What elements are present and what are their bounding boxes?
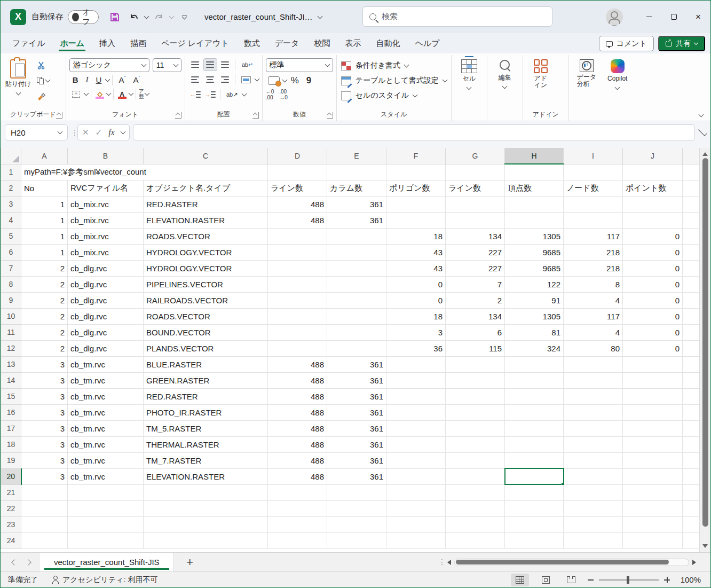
cell-H21[interactable] xyxy=(505,484,564,500)
cell-D20[interactable]: 488 xyxy=(268,468,327,484)
column-header-J[interactable]: J xyxy=(623,148,683,164)
cell-E3[interactable]: 361 xyxy=(327,196,386,212)
prev-sheet-icon[interactable] xyxy=(11,559,17,565)
cell-D1[interactable] xyxy=(268,164,327,180)
cell-B21[interactable] xyxy=(68,484,144,500)
cell-H16[interactable] xyxy=(505,404,564,420)
merge-dropdown-icon[interactable] xyxy=(254,76,259,82)
row-header-10[interactable]: 10 xyxy=(1,308,21,324)
cell-D15[interactable]: 488 xyxy=(268,388,327,404)
cell-B24[interactable] xyxy=(68,532,144,548)
fill-handle[interactable] xyxy=(561,482,564,485)
cell-C11[interactable]: BOUND.VECTOR xyxy=(144,324,268,340)
cell-J21[interactable] xyxy=(623,484,683,500)
scroll-left-icon[interactable] xyxy=(445,560,451,565)
fx-dropdown-icon[interactable] xyxy=(120,129,125,135)
cell-F20[interactable] xyxy=(386,468,446,484)
cell-B8[interactable]: cb_dlg.rvc xyxy=(68,276,144,292)
cell-A17[interactable]: 3 xyxy=(21,420,68,436)
cell-partial-5[interactable] xyxy=(683,228,701,244)
cell-D5[interactable] xyxy=(268,228,327,244)
page-layout-view-button[interactable] xyxy=(536,574,555,586)
align-left-button[interactable] xyxy=(188,73,202,86)
italic-button[interactable]: I xyxy=(83,74,92,85)
cell-G13[interactable] xyxy=(446,356,505,372)
cell-I12[interactable]: 80 xyxy=(564,340,623,356)
cell-I7[interactable]: 218 xyxy=(564,260,623,276)
cell-E11[interactable] xyxy=(327,324,386,340)
cell-G9[interactable]: 2 xyxy=(446,292,505,308)
cell-I9[interactable]: 4 xyxy=(564,292,623,308)
select-all-corner[interactable] xyxy=(1,148,21,164)
cell-D12[interactable] xyxy=(268,340,327,356)
cell-J8[interactable]: 0 xyxy=(623,276,683,292)
cell-A5[interactable]: 1 xyxy=(21,228,68,244)
cell-I1[interactable] xyxy=(564,164,623,180)
cell-C18[interactable]: THERMAL.RASTER xyxy=(144,436,268,452)
cell-H14[interactable] xyxy=(505,372,564,388)
cell-C12[interactable]: PLANDS.VECTOR xyxy=(144,340,268,356)
format-painter-button[interactable] xyxy=(35,89,52,103)
cell-I2[interactable]: ノード数 xyxy=(564,180,623,196)
wrap-text-button[interactable]: ab↵ xyxy=(238,58,257,71)
comma-button[interactable]: 9 xyxy=(303,74,314,87)
font-color-dropdown-icon[interactable] xyxy=(128,91,133,96)
align-bottom-button[interactable] xyxy=(218,58,232,71)
cell-G12[interactable]: 115 xyxy=(446,340,505,356)
sheet-tab[interactable]: vector_raster_count_Shift-JIS xyxy=(40,553,174,571)
cell-A13[interactable]: 3 xyxy=(21,356,68,372)
ribbon-tab-ファイル[interactable]: ファイル xyxy=(5,35,52,53)
cell-F22[interactable] xyxy=(386,500,446,516)
row-header-20[interactable]: 20 xyxy=(1,468,21,484)
cell-E17[interactable]: 361 xyxy=(327,420,386,436)
cell-A24[interactable] xyxy=(21,532,68,548)
cell-H13[interactable] xyxy=(505,356,564,372)
cell-C3[interactable]: RED.RASTER xyxy=(144,196,268,212)
cell-G4[interactable] xyxy=(446,212,505,228)
cell-F16[interactable] xyxy=(386,404,446,420)
cell-H17[interactable] xyxy=(505,420,564,436)
font-name-select[interactable]: 游ゴシック xyxy=(69,58,149,72)
copy-button[interactable] xyxy=(35,74,52,88)
cell-H23[interactable] xyxy=(505,516,564,532)
cell-J19[interactable] xyxy=(623,452,683,468)
paste-dropdown-icon[interactable] xyxy=(15,90,21,96)
row-header-21[interactable]: 21 xyxy=(1,484,21,500)
redo-button[interactable] xyxy=(151,9,168,26)
cell-H18[interactable] xyxy=(505,436,564,452)
cell-H1[interactable] xyxy=(505,164,564,180)
cell-E16[interactable]: 361 xyxy=(327,404,386,420)
cell-D14[interactable]: 488 xyxy=(268,372,327,388)
cell-H22[interactable] xyxy=(505,500,564,516)
cell-B19[interactable]: cb_tm.rvc xyxy=(68,452,144,468)
fill-color-dropdown-icon[interactable] xyxy=(106,91,111,96)
name-box-dropdown-icon[interactable] xyxy=(58,129,63,135)
cell-G6[interactable]: 227 xyxy=(446,244,505,260)
cell-B17[interactable]: cb_tm.rvc xyxy=(68,420,144,436)
cell-E12[interactable] xyxy=(327,340,386,356)
column-header-F[interactable]: F xyxy=(386,148,446,164)
vertical-scrollbar[interactable] xyxy=(699,148,710,552)
column-header-D[interactable]: D xyxy=(268,148,327,164)
cell-C22[interactable] xyxy=(144,500,268,516)
cell-I21[interactable] xyxy=(564,484,623,500)
cell-H19[interactable] xyxy=(505,452,564,468)
cell-A3[interactable]: 1 xyxy=(21,196,68,212)
cell-E7[interactable] xyxy=(327,260,386,276)
underline-dropdown-icon[interactable] xyxy=(105,76,110,82)
cell-F1[interactable] xyxy=(386,164,446,180)
cell-D16[interactable]: 488 xyxy=(268,404,327,420)
cell-A19[interactable]: 3 xyxy=(21,452,68,468)
format-as-table-button[interactable]: テーブルとして書式設定 xyxy=(341,74,447,88)
cell-A10[interactable]: 2 xyxy=(21,308,68,324)
cell-G11[interactable]: 6 xyxy=(446,324,505,340)
cell-A22[interactable] xyxy=(21,500,68,516)
cell-C24[interactable] xyxy=(144,532,268,548)
accessibility-status[interactable]: アクセシビリティ: 利用不可 xyxy=(52,575,157,585)
cell-I14[interactable] xyxy=(564,372,623,388)
cell-partial-15[interactable] xyxy=(683,388,701,404)
cell-B18[interactable]: cb_tm.rvc xyxy=(68,436,144,452)
cell-B3[interactable]: cb_mix.rvc xyxy=(68,196,144,212)
cell-B4[interactable]: cb_mix.rvc xyxy=(68,212,144,228)
cell-I6[interactable]: 218 xyxy=(564,244,623,260)
